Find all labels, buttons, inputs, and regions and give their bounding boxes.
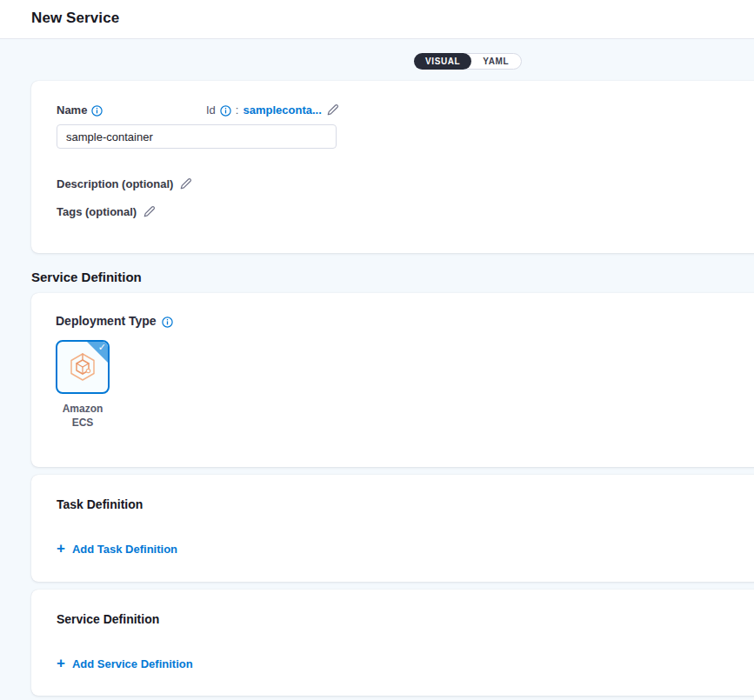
name-label: Name [57, 103, 87, 117]
service-definition-title: Service Definition [57, 612, 754, 626]
about-service-card: Name Id : sampleconta... Description (op… [31, 81, 754, 253]
add-task-definition-label: Add Task Definition [72, 543, 177, 556]
deployment-type-info-icon[interactable] [162, 317, 173, 328]
toggle-visual[interactable]: VISUAL [414, 53, 471, 70]
page-header: New Service [0, 0, 754, 39]
plus-icon: + [57, 657, 65, 670]
service-name-input[interactable] [57, 124, 337, 149]
deployment-type-label: Deployment Type [56, 314, 157, 328]
description-label: Description (optional) [57, 177, 173, 190]
page-title: New Service [31, 10, 119, 27]
toggle-yaml[interactable]: YAML [470, 54, 521, 69]
add-service-definition-button[interactable]: + Add Service Definition [57, 657, 193, 670]
edit-id-icon[interactable] [326, 103, 339, 117]
id-colon: : [236, 103, 239, 117]
deployment-option-amazon-ecs[interactable]: ✓ [56, 340, 110, 394]
deployment-option-label: Amazon ECS [56, 402, 110, 430]
edit-tags-icon[interactable] [143, 205, 156, 218]
id-value[interactable]: sampleconta... [243, 103, 321, 117]
plus-icon: + [57, 543, 65, 555]
task-definition-card: Task Definition + Add Task Definition [31, 475, 754, 582]
id-label: Id [206, 103, 216, 117]
task-definition-title: Task Definition [57, 497, 754, 511]
check-icon: ✓ [98, 343, 106, 352]
tags-label: Tags (optional) [57, 205, 137, 218]
add-service-definition-label: Add Service Definition [72, 657, 193, 670]
edit-description-icon[interactable] [179, 177, 192, 190]
id-info-icon[interactable] [220, 105, 231, 117]
visual-yaml-toggle[interactable]: VISUAL YAML [414, 53, 522, 70]
name-info-icon[interactable] [91, 105, 103, 117]
service-definition-card: Service Definition + Add Service Definit… [31, 590, 754, 696]
deployment-type-card: Deployment Type ✓ [31, 293, 754, 467]
add-task-definition-button[interactable]: + Add Task Definition [57, 543, 177, 556]
service-definition-section-title: Service Definition [31, 270, 142, 284]
